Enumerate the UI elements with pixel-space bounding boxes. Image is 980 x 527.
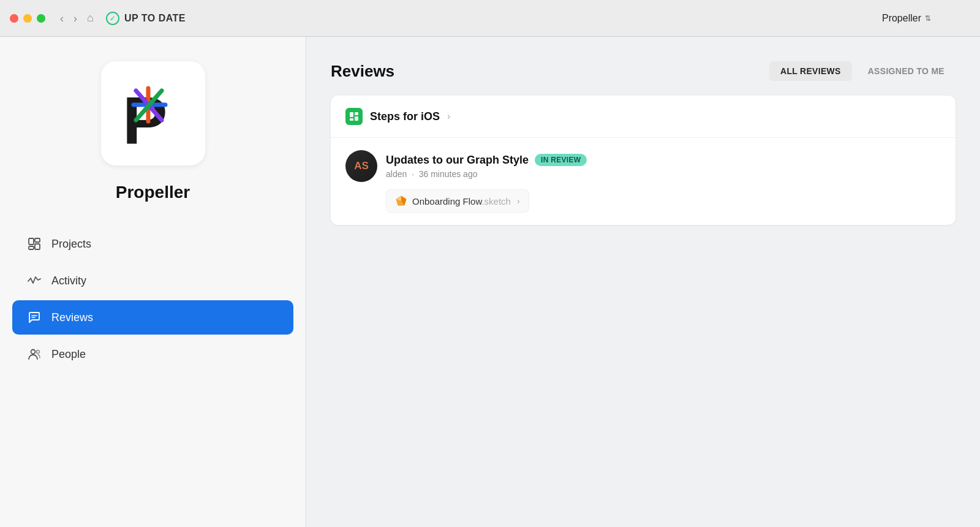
svg-rect-13 bbox=[355, 116, 358, 121]
review-item: AS Updates to our Graph Style IN REVIEW … bbox=[331, 138, 956, 225]
svg-rect-8 bbox=[29, 246, 34, 249]
review-author: alden bbox=[386, 169, 407, 179]
status-badge: IN REVIEW bbox=[535, 154, 587, 166]
project-chevron-icon: › bbox=[447, 111, 450, 122]
sidebar-item-reviews-label: Reviews bbox=[51, 311, 93, 324]
projects-icon bbox=[27, 237, 42, 251]
app-body: P Propeller bbox=[0, 37, 980, 527]
sidebar-item-reviews[interactable]: Reviews bbox=[12, 300, 293, 335]
page-title: Reviews bbox=[331, 62, 394, 81]
nav-menu: Projects Activity Rev bbox=[0, 227, 306, 374]
project-icon bbox=[345, 108, 363, 125]
svg-rect-12 bbox=[355, 112, 358, 115]
review-info: Updates to our Graph Style IN REVIEW ald… bbox=[386, 154, 941, 179]
fullscreen-button[interactable] bbox=[37, 14, 45, 23]
file-basename: Onboarding Flow bbox=[412, 196, 481, 207]
tab-assigned-to-me[interactable]: ASSIGNED TO ME bbox=[857, 61, 956, 81]
file-name: Onboarding Flow.sketch bbox=[412, 196, 511, 207]
sync-icon: ✓ bbox=[106, 12, 119, 25]
sidebar-item-projects-label: Projects bbox=[51, 238, 91, 251]
avatar-initials: AS bbox=[354, 160, 369, 172]
sync-label: UP TO DATE bbox=[124, 13, 186, 24]
svg-rect-7 bbox=[35, 244, 40, 249]
review-item-top: AS Updates to our Graph Style IN REVIEW … bbox=[345, 150, 941, 182]
sidebar-item-activity[interactable]: Activity bbox=[12, 264, 293, 298]
svg-rect-5 bbox=[29, 238, 34, 245]
sidebar-item-activity-label: Activity bbox=[51, 275, 86, 287]
close-button[interactable] bbox=[10, 14, 18, 23]
activity-icon bbox=[27, 273, 42, 288]
review-file-link[interactable]: Onboarding Flow.sketch › bbox=[386, 189, 529, 213]
people-icon bbox=[27, 347, 42, 362]
main-content: Reviews ALL REVIEWS ASSIGNED TO ME Steps bbox=[306, 37, 980, 527]
review-meta: alden · 36 minutes ago bbox=[386, 169, 941, 179]
sidebar-app-title: Propeller bbox=[116, 183, 190, 202]
nav-buttons: ‹ › ⌂ bbox=[58, 12, 94, 25]
traffic-lights bbox=[10, 14, 45, 23]
titlebar-app-name: Propeller ⇅ bbox=[882, 13, 931, 24]
minimize-button[interactable] bbox=[23, 14, 32, 23]
logo-container: P bbox=[123, 80, 184, 147]
review-title: Updates to our Graph Style bbox=[386, 154, 529, 167]
reviews-header: Reviews ALL REVIEWS ASSIGNED TO ME bbox=[331, 61, 956, 81]
svg-rect-6 bbox=[35, 238, 40, 242]
sidebar-item-people[interactable]: People bbox=[12, 337, 293, 371]
svg-rect-11 bbox=[350, 112, 353, 117]
reviews-icon bbox=[27, 310, 42, 325]
sidebar-item-people-label: People bbox=[51, 348, 86, 361]
file-ext: .sketch bbox=[481, 196, 511, 207]
review-time: 36 minutes ago bbox=[419, 169, 478, 179]
sync-status: ✓ UP TO DATE bbox=[106, 12, 186, 25]
forward-button[interactable]: › bbox=[71, 12, 80, 25]
reviews-tabs: ALL REVIEWS ASSIGNED TO ME bbox=[769, 61, 956, 81]
back-button[interactable]: ‹ bbox=[58, 12, 66, 25]
titlebar: ‹ › ⌂ ✓ UP TO DATE Propeller ⇅ bbox=[0, 0, 980, 37]
tab-all-reviews[interactable]: ALL REVIEWS bbox=[769, 61, 852, 81]
file-chevron-icon: › bbox=[517, 196, 520, 206]
app-switcher-icon[interactable]: ⇅ bbox=[925, 14, 931, 23]
review-title-row: Updates to our Graph Style IN REVIEW bbox=[386, 154, 941, 167]
svg-point-10 bbox=[37, 351, 40, 354]
project-name: Steps for iOS bbox=[370, 110, 440, 123]
avatar: AS bbox=[345, 150, 377, 182]
propeller-logo-svg: P bbox=[123, 80, 184, 150]
home-button[interactable]: ⌂ bbox=[87, 12, 94, 25]
review-card: Steps for iOS › AS Updates to our Graph … bbox=[331, 96, 956, 225]
review-card-header[interactable]: Steps for iOS › bbox=[331, 96, 956, 138]
svg-point-9 bbox=[31, 350, 36, 354]
sidebar: P Propeller bbox=[0, 37, 306, 527]
app-logo: P bbox=[101, 61, 205, 165]
sidebar-item-projects[interactable]: Projects bbox=[12, 227, 293, 261]
svg-rect-14 bbox=[350, 118, 353, 121]
app-title-label: Propeller bbox=[882, 13, 921, 24]
sketch-icon bbox=[395, 195, 407, 207]
